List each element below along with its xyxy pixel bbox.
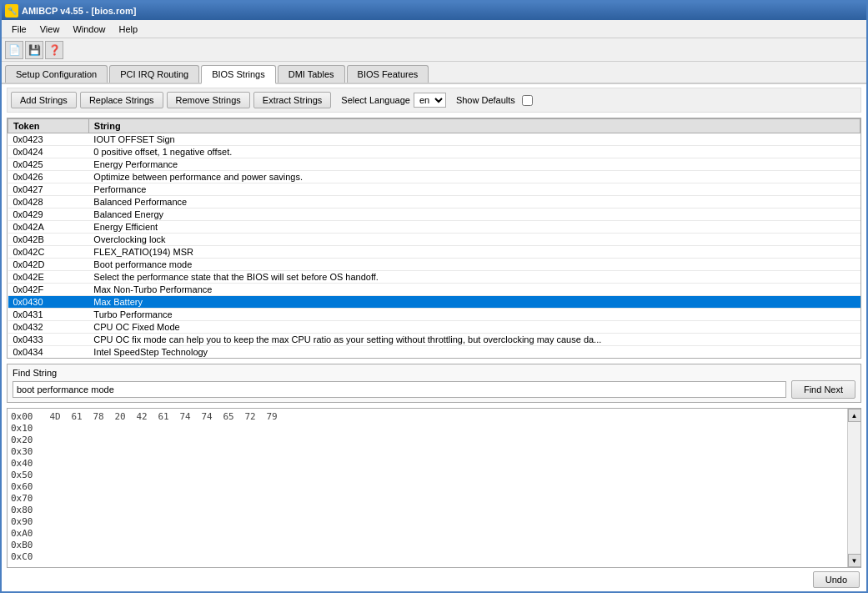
menu-help[interactable]: Help: [113, 23, 145, 36]
table-row[interactable]: 0x042ESelect the performance state that …: [8, 271, 860, 284]
show-defaults-label: Show Defaults: [456, 95, 515, 105]
string-cell: Max Battery: [88, 296, 860, 309]
token-cell: 0x0428: [8, 196, 89, 209]
hex-scroll-down[interactable]: ▼: [848, 554, 861, 567]
hex-scrollbar[interactable]: ▲ ▼: [847, 409, 860, 567]
find-row: Find Next: [13, 380, 855, 399]
hex-row: 0x20: [11, 434, 844, 445]
app-icon: 🔧: [5, 4, 18, 18]
action-buttons-row: Add Strings Replace Strings Remove Strin…: [7, 88, 861, 113]
table-row[interactable]: 0x0427Performance: [8, 183, 860, 196]
token-cell: 0x0426: [8, 171, 89, 183]
token-cell: 0x0435: [8, 359, 89, 359]
hex-address: 0xB0: [11, 540, 41, 550]
token-cell: 0x0427: [8, 183, 89, 196]
table-row[interactable]: 0x042CFLEX_RATIO(194) MSR: [8, 246, 860, 259]
add-strings-button[interactable]: Add Strings: [11, 92, 77, 108]
table-row[interactable]: 0x042BOverclocking lock: [8, 234, 860, 246]
menu-view[interactable]: View: [33, 23, 67, 36]
table-row[interactable]: 0x042AEnergy Efficient: [8, 221, 860, 234]
token-cell: 0x042E: [8, 271, 89, 284]
token-header: Token: [8, 119, 89, 133]
hex-address: 0x20: [11, 435, 41, 445]
strings-table: Token String 0x0423IOUT OFFSET Sign0x042…: [8, 118, 860, 359]
table-row[interactable]: 0x042DBoot performance mode: [8, 259, 860, 271]
token-cell: 0x0431: [8, 309, 89, 321]
string-cell: Balanced Energy: [88, 209, 860, 221]
hex-row: 0xC0: [11, 550, 844, 562]
token-cell: 0x0423: [8, 133, 89, 146]
tab-bios-features[interactable]: BIOS Features: [347, 65, 429, 83]
find-next-button[interactable]: Find Next: [791, 380, 855, 399]
hex-row: 0xA0: [11, 527, 844, 539]
token-cell: 0x042C: [8, 246, 89, 259]
string-cell: FLEX_RATIO(194) MSR: [88, 246, 860, 259]
replace-strings-button[interactable]: Replace Strings: [80, 92, 163, 108]
hex-row: 0xB0: [11, 539, 844, 550]
table-row[interactable]: 0x0433CPU OC fix mode can help you to ke…: [8, 334, 860, 346]
string-cell: Energy Efficient: [88, 221, 860, 234]
undo-button[interactable]: Undo: [813, 571, 860, 588]
menu-file[interactable]: File: [5, 23, 33, 36]
window-title: AMIBCP v4.55 - [bios.rom]: [22, 6, 136, 16]
find-label: Find String: [13, 368, 855, 378]
hex-content: 0x004D617820426174746572790x100x200x300x…: [8, 409, 847, 567]
strings-table-container[interactable]: Token String 0x0423IOUT OFFSET Sign0x042…: [7, 118, 861, 359]
table-row[interactable]: 0x0431Turbo Performance: [8, 309, 860, 321]
table-row[interactable]: 0x0432CPU OC Fixed Mode: [8, 321, 860, 334]
show-defaults-checkbox[interactable]: [522, 95, 533, 106]
title-bar: 🔧 AMIBCP v4.55 - [bios.rom]: [2, 2, 866, 20]
table-row[interactable]: 0x0429Balanced Energy: [8, 209, 860, 221]
tab-setup-config[interactable]: Setup Configuration: [5, 65, 108, 83]
string-cell: Turbo Performance: [88, 309, 860, 321]
table-row[interactable]: 0x042FMax Non-Turbo Performance: [8, 284, 860, 296]
table-row[interactable]: 0x0426Optimize between performance and p…: [8, 171, 860, 183]
hex-row: 0x70: [11, 492, 844, 504]
save-button[interactable]: 💾: [25, 41, 43, 59]
token-cell: 0x042B: [8, 234, 89, 246]
token-cell: 0x042A: [8, 221, 89, 234]
tab-dmi-tables[interactable]: DMI Tables: [278, 65, 345, 83]
find-input[interactable]: [13, 381, 786, 398]
string-cell: Boot performance mode: [88, 259, 860, 271]
table-row[interactable]: 0x0434Intel SpeedStep Technology: [8, 346, 860, 359]
table-row[interactable]: 0x0435Intel Turbo Boost Technology: [8, 359, 860, 359]
tab-content-bios-strings: Add Strings Replace Strings Remove Strin…: [2, 84, 866, 591]
hex-address: 0x10: [11, 423, 41, 434]
extract-strings-button[interactable]: Extract Strings: [253, 92, 332, 108]
language-select[interactable]: en fr de: [414, 93, 446, 108]
hex-byte: 61: [156, 411, 171, 422]
hex-panel: 0x004D617820426174746572790x100x200x300x…: [7, 408, 861, 568]
hex-address: 0x30: [11, 446, 41, 457]
new-button[interactable]: 📄: [5, 41, 23, 59]
hex-row: 0x50: [11, 469, 844, 480]
token-cell: 0x0430: [8, 296, 89, 309]
help-button[interactable]: ❓: [45, 41, 63, 59]
find-section: Find String Find Next: [7, 364, 861, 403]
hex-address: 0x60: [11, 481, 41, 492]
hex-byte: 65: [221, 411, 236, 422]
hex-byte: 74: [199, 411, 214, 422]
hex-address: 0xA0: [11, 528, 41, 539]
hex-scroll-up[interactable]: ▲: [848, 409, 861, 422]
tab-pci-irq[interactable]: PCI IRQ Routing: [109, 65, 199, 83]
hex-address: 0x00: [11, 411, 41, 422]
hex-byte: 20: [113, 411, 128, 422]
menu-window[interactable]: Window: [66, 23, 112, 36]
token-cell: 0x0425: [8, 158, 89, 171]
table-row[interactable]: 0x0423IOUT OFFSET Sign: [8, 133, 860, 146]
string-cell: CPU OC fix mode can help you to keep the…: [88, 334, 860, 346]
table-row[interactable]: 0x0425Energy Performance: [8, 158, 860, 171]
hex-address: 0x80: [11, 505, 41, 515]
hex-byte: 4D: [48, 411, 63, 422]
table-row[interactable]: 0x04240 positive offset, 1 negative offs…: [8, 146, 860, 158]
tab-bios-strings[interactable]: BIOS Strings: [201, 65, 276, 84]
string-header: String: [88, 119, 860, 133]
string-cell: Overclocking lock: [88, 234, 860, 246]
string-cell: Performance: [88, 183, 860, 196]
remove-strings-button[interactable]: Remove Strings: [167, 92, 250, 108]
table-row[interactable]: 0x0430Max Battery: [8, 296, 860, 309]
token-cell: 0x0432: [8, 321, 89, 334]
hex-row: 0x80: [11, 504, 844, 515]
table-row[interactable]: 0x0428Balanced Performance: [8, 196, 860, 209]
